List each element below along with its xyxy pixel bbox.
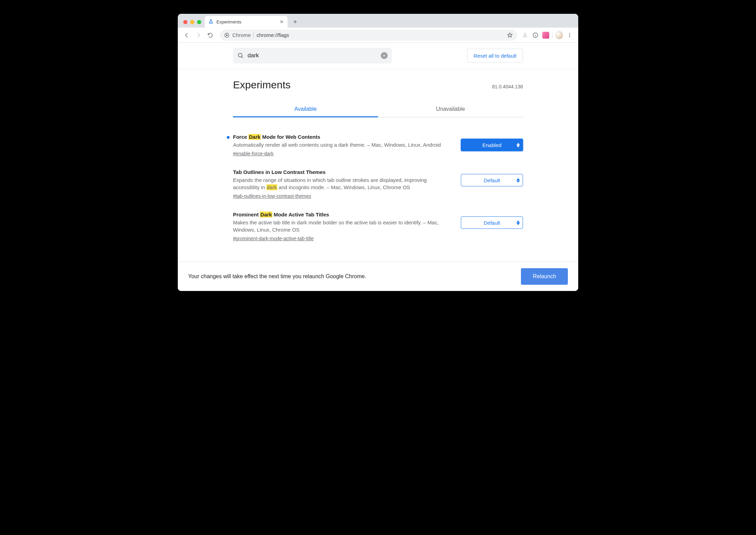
- svg-point-5: [569, 36, 570, 37]
- search-input[interactable]: [248, 52, 377, 59]
- tab-strip: Experiments: [178, 14, 578, 28]
- chevron-updown-icon: [516, 221, 520, 225]
- svg-point-4: [569, 35, 570, 36]
- page-title: Experiments: [233, 79, 291, 91]
- tab-available[interactable]: Available: [233, 102, 378, 117]
- search-icon: [237, 52, 244, 59]
- chevron-updown-icon: [516, 143, 520, 147]
- toolbar: Chrome chrome://flags: [178, 28, 578, 43]
- chrome-menu-button[interactable]: [566, 31, 573, 39]
- flag-anchor-link[interactable]: #enable-force-dark: [233, 151, 274, 156]
- version-label: 81.0.4044.138: [492, 84, 523, 89]
- clear-search-button[interactable]: [381, 52, 388, 59]
- browser-window: Experiments Chrome chrome://flags: [178, 14, 578, 291]
- minimize-window-button[interactable]: [190, 20, 194, 24]
- omnibox-url: chrome://flags: [256, 32, 289, 38]
- flag-title: Force Dark Mode for Web Contents: [233, 134, 454, 140]
- extension-info-icon[interactable]: [532, 31, 539, 39]
- flask-icon: [208, 19, 214, 25]
- page-content: Reset all to default Experiments 81.0.40…: [178, 43, 578, 291]
- search-row: Reset all to default: [233, 48, 523, 69]
- close-window-button[interactable]: [183, 20, 187, 24]
- browser-tab[interactable]: Experiments: [205, 16, 288, 28]
- relaunch-message: Your changes will take effect the next t…: [188, 273, 366, 280]
- flag-anchor-link[interactable]: #prominent-dark-mode-active-tab-title: [233, 236, 313, 241]
- bookmark-star-icon[interactable]: [507, 32, 513, 38]
- svg-point-6: [238, 53, 242, 57]
- flag-row: Tab Outlines in Low Contrast ThemesExpan…: [233, 163, 523, 205]
- toolbar-separator: [552, 32, 553, 39]
- window-controls: [181, 20, 205, 28]
- flag-description: Expands the range of situations in which…: [233, 176, 454, 191]
- extension-pink-icon[interactable]: [542, 31, 550, 39]
- chevron-updown-icon: [516, 178, 520, 183]
- extension-icon[interactable]: [521, 31, 529, 39]
- reset-all-button[interactable]: Reset all to default: [467, 49, 523, 62]
- flag-row: Prominent Dark Mode Active Tab TitlesMak…: [233, 205, 523, 248]
- flag-select[interactable]: Enabled: [461, 139, 523, 151]
- reload-button[interactable]: [205, 30, 216, 41]
- new-tab-button[interactable]: [290, 17, 300, 27]
- flag-description: Automatically render all web contents us…: [233, 141, 454, 148]
- address-bar[interactable]: Chrome chrome://flags: [220, 30, 517, 41]
- modified-indicator-icon: [227, 136, 230, 139]
- tab-title: Experiments: [216, 19, 241, 25]
- relaunch-bar: Your changes will take effect the next t…: [178, 262, 578, 291]
- tab-unavailable[interactable]: Unavailable: [378, 102, 523, 117]
- search-box[interactable]: [233, 48, 392, 64]
- flags-list: Force Dark Mode for Web ContentsAutomati…: [233, 117, 523, 262]
- flag-select[interactable]: Default: [461, 174, 523, 186]
- flag-select[interactable]: Default: [461, 216, 523, 229]
- flag-row: Force Dark Mode for Web ContentsAutomati…: [233, 128, 523, 163]
- profile-avatar[interactable]: [555, 31, 563, 39]
- flag-anchor-link[interactable]: #tab-outlines-in-low-contrast-themes: [233, 193, 311, 199]
- omnibox-divider: [253, 32, 254, 38]
- svg-point-3: [569, 33, 570, 34]
- close-tab-icon[interactable]: [279, 19, 284, 24]
- tabs: Available Unavailable: [233, 102, 523, 117]
- site-info-icon[interactable]: [224, 32, 230, 38]
- back-button[interactable]: [181, 30, 192, 41]
- omnibox-chip: Chrome: [232, 32, 251, 38]
- forward-button[interactable]: [193, 30, 204, 41]
- flag-description: Makes the active tab title in dark mode …: [233, 219, 454, 233]
- flag-title: Tab Outlines in Low Contrast Themes: [233, 169, 454, 175]
- maximize-window-button[interactable]: [197, 20, 201, 24]
- extension-icons: [521, 31, 575, 39]
- flag-title: Prominent Dark Mode Active Tab Titles: [233, 212, 454, 217]
- relaunch-button[interactable]: Relaunch: [521, 268, 568, 285]
- svg-point-1: [226, 34, 228, 36]
